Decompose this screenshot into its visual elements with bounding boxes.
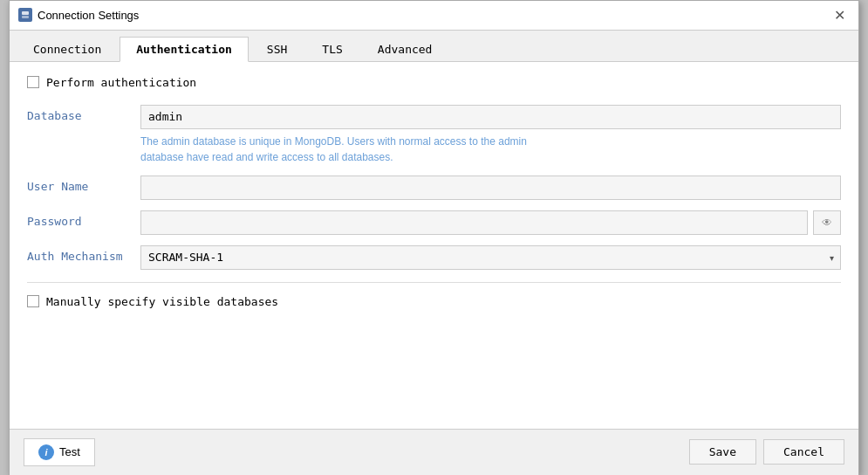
tab-ssh[interactable]: SSH [250, 37, 304, 62]
manual-db-row: Manually specify visible databases [27, 295, 841, 308]
info-icon: i [38, 444, 54, 460]
eye-icon: 👁 [822, 217, 832, 229]
toggle-password-button[interactable]: 👁 [813, 210, 841, 235]
app-icon [18, 8, 32, 22]
footer: i Test Save Cancel [10, 429, 858, 475]
auth-mechanism-select-wrapper: SCRAM-SHA-1 SCRAM-SHA-256 MONGODB-CR X50… [140, 245, 841, 270]
database-field: The admin database is unique in MongoDB.… [140, 105, 841, 165]
tab-connection[interactable]: Connection [17, 37, 118, 62]
database-label: Database [27, 105, 140, 122]
database-input[interactable] [140, 105, 841, 129]
password-input-row: 👁 [140, 210, 841, 235]
section-divider [27, 282, 841, 283]
window-title: Connection Settings [38, 9, 139, 22]
tab-content: Perform authentication Database The admi… [10, 62, 858, 429]
svg-rect-0 [22, 11, 29, 15]
username-row: User Name [27, 176, 841, 200]
auth-mechanism-select[interactable]: SCRAM-SHA-1 SCRAM-SHA-256 MONGODB-CR X50… [140, 245, 841, 270]
auth-mechanism-label: Auth Mechanism [27, 245, 140, 263]
perform-auth-label: Perform authentication [46, 76, 196, 89]
password-label: Password [27, 210, 140, 228]
test-label: Test [59, 445, 80, 458]
database-row: Database The admin database is unique in… [27, 105, 841, 165]
auth-mechanism-row: Auth Mechanism SCRAM-SHA-1 SCRAM-SHA-256… [27, 245, 841, 270]
manual-db-label: Manually specify visible databases [46, 295, 278, 308]
password-row: Password 👁 [27, 210, 841, 235]
username-field [140, 176, 841, 200]
password-input[interactable] [140, 210, 808, 235]
title-bar-left: Connection Settings [18, 8, 139, 22]
connection-settings-dialog: Connection Settings ✕ Connection Authent… [9, 0, 859, 475]
close-button[interactable]: ✕ [829, 4, 850, 25]
tab-advanced[interactable]: Advanced [361, 37, 449, 62]
perform-auth-checkbox[interactable] [27, 76, 39, 88]
database-hint-line2: database have read and write access to a… [140, 151, 393, 163]
title-bar: Connection Settings ✕ [10, 1, 858, 31]
svg-rect-1 [22, 16, 29, 18]
tab-tls[interactable]: TLS [305, 37, 359, 62]
footer-actions: Save Cancel [689, 439, 844, 465]
manual-db-checkbox[interactable] [27, 295, 39, 307]
save-button[interactable]: Save [689, 439, 756, 465]
auth-mechanism-field: SCRAM-SHA-1 SCRAM-SHA-256 MONGODB-CR X50… [140, 245, 841, 270]
password-field: 👁 [140, 210, 841, 235]
test-button[interactable]: i Test [24, 438, 95, 466]
tab-bar: Connection Authentication SSH TLS Advanc… [10, 31, 858, 62]
perform-auth-row: Perform authentication [27, 76, 841, 89]
database-hint-line1: The admin database is unique in MongoDB.… [140, 135, 527, 148]
cancel-button[interactable]: Cancel [763, 439, 844, 465]
tab-authentication[interactable]: Authentication [120, 37, 249, 62]
username-input[interactable] [140, 176, 841, 200]
username-label: User Name [27, 176, 140, 193]
database-hint: The admin database is unique in MongoDB.… [140, 134, 841, 165]
